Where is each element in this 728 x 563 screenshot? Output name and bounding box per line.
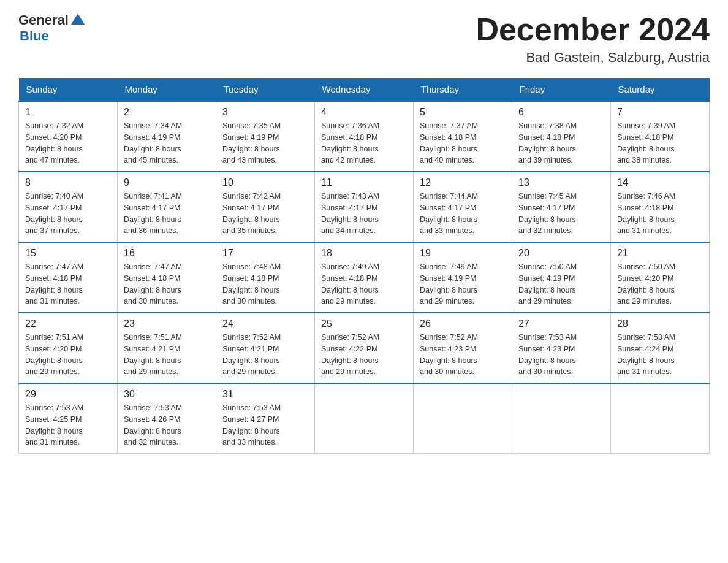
day-number: 7 bbox=[617, 107, 703, 118]
day-number: 5 bbox=[420, 107, 506, 118]
table-row: 19Sunrise: 7:49 AMSunset: 4:19 PMDayligh… bbox=[414, 242, 512, 313]
svg-marker-0 bbox=[71, 13, 85, 25]
day-info: Sunrise: 7:35 AMSunset: 4:19 PMDaylight:… bbox=[222, 120, 308, 166]
col-friday: Friday bbox=[512, 78, 611, 101]
table-row: 11Sunrise: 7:43 AMSunset: 4:17 PMDayligh… bbox=[315, 172, 414, 242]
day-number: 1 bbox=[25, 107, 111, 118]
day-number: 3 bbox=[222, 107, 308, 118]
day-info: Sunrise: 7:43 AMSunset: 4:17 PMDaylight:… bbox=[321, 191, 407, 237]
day-number: 24 bbox=[222, 318, 308, 329]
table-row: 13Sunrise: 7:45 AMSunset: 4:17 PMDayligh… bbox=[512, 172, 611, 242]
day-number: 29 bbox=[25, 389, 111, 400]
table-row: 3Sunrise: 7:35 AMSunset: 4:19 PMDaylight… bbox=[216, 101, 315, 172]
page-header: General Blue December 2024 Bad Gastein, … bbox=[18, 12, 710, 66]
table-row: 12Sunrise: 7:44 AMSunset: 4:17 PMDayligh… bbox=[414, 172, 512, 242]
day-number: 27 bbox=[518, 318, 604, 329]
table-row: 26Sunrise: 7:52 AMSunset: 4:23 PMDayligh… bbox=[414, 313, 512, 383]
table-row bbox=[611, 383, 710, 454]
table-row: 31Sunrise: 7:53 AMSunset: 4:27 PMDayligh… bbox=[216, 383, 315, 454]
day-number: 10 bbox=[222, 177, 308, 188]
table-row: 28Sunrise: 7:53 AMSunset: 4:24 PMDayligh… bbox=[611, 313, 710, 383]
calendar-header-row: Sunday Monday Tuesday Wednesday Thursday… bbox=[19, 78, 710, 101]
day-info: Sunrise: 7:46 AMSunset: 4:18 PMDaylight:… bbox=[617, 191, 703, 237]
day-info: Sunrise: 7:42 AMSunset: 4:17 PMDaylight:… bbox=[222, 191, 308, 237]
table-row: 7Sunrise: 7:39 AMSunset: 4:18 PMDaylight… bbox=[611, 101, 710, 172]
calendar-table: Sunday Monday Tuesday Wednesday Thursday… bbox=[18, 78, 710, 454]
col-thursday: Thursday bbox=[414, 78, 512, 101]
table-row: 16Sunrise: 7:47 AMSunset: 4:18 PMDayligh… bbox=[118, 242, 216, 313]
day-info: Sunrise: 7:48 AMSunset: 4:18 PMDaylight:… bbox=[222, 261, 308, 307]
day-number: 19 bbox=[420, 248, 506, 259]
table-row: 4Sunrise: 7:36 AMSunset: 4:18 PMDaylight… bbox=[315, 101, 414, 172]
logo-triangle-icon bbox=[71, 12, 85, 26]
day-info: Sunrise: 7:51 AMSunset: 4:21 PMDaylight:… bbox=[124, 332, 210, 378]
day-info: Sunrise: 7:52 AMSunset: 4:23 PMDaylight:… bbox=[420, 332, 506, 378]
table-row: 25Sunrise: 7:52 AMSunset: 4:22 PMDayligh… bbox=[315, 313, 414, 383]
day-number: 30 bbox=[124, 389, 210, 400]
day-number: 8 bbox=[25, 177, 111, 188]
logo-blue-text: Blue bbox=[20, 28, 49, 44]
week-row-4: 22Sunrise: 7:51 AMSunset: 4:20 PMDayligh… bbox=[19, 313, 710, 383]
table-row: 29Sunrise: 7:53 AMSunset: 4:25 PMDayligh… bbox=[19, 383, 118, 454]
table-row: 14Sunrise: 7:46 AMSunset: 4:18 PMDayligh… bbox=[611, 172, 710, 242]
table-row: 2Sunrise: 7:34 AMSunset: 4:19 PMDaylight… bbox=[118, 101, 216, 172]
col-wednesday: Wednesday bbox=[315, 78, 414, 101]
day-info: Sunrise: 7:37 AMSunset: 4:18 PMDaylight:… bbox=[420, 120, 506, 166]
day-info: Sunrise: 7:53 AMSunset: 4:24 PMDaylight:… bbox=[617, 332, 703, 378]
day-number: 16 bbox=[124, 248, 210, 259]
day-info: Sunrise: 7:49 AMSunset: 4:19 PMDaylight:… bbox=[420, 261, 506, 307]
logo-general-text: General bbox=[18, 12, 69, 28]
day-number: 31 bbox=[222, 389, 308, 400]
day-info: Sunrise: 7:32 AMSunset: 4:20 PMDaylight:… bbox=[25, 120, 111, 166]
day-info: Sunrise: 7:44 AMSunset: 4:17 PMDaylight:… bbox=[420, 191, 506, 237]
table-row: 24Sunrise: 7:52 AMSunset: 4:21 PMDayligh… bbox=[216, 313, 315, 383]
day-info: Sunrise: 7:50 AMSunset: 4:19 PMDaylight:… bbox=[518, 261, 604, 307]
table-row: 17Sunrise: 7:48 AMSunset: 4:18 PMDayligh… bbox=[216, 242, 315, 313]
table-row bbox=[414, 383, 512, 454]
table-row: 18Sunrise: 7:49 AMSunset: 4:18 PMDayligh… bbox=[315, 242, 414, 313]
table-row: 20Sunrise: 7:50 AMSunset: 4:19 PMDayligh… bbox=[512, 242, 611, 313]
day-info: Sunrise: 7:47 AMSunset: 4:18 PMDaylight:… bbox=[124, 261, 210, 307]
day-info: Sunrise: 7:53 AMSunset: 4:26 PMDaylight:… bbox=[124, 402, 210, 448]
day-info: Sunrise: 7:40 AMSunset: 4:17 PMDaylight:… bbox=[25, 191, 111, 237]
day-info: Sunrise: 7:38 AMSunset: 4:18 PMDaylight:… bbox=[518, 120, 604, 166]
day-number: 22 bbox=[25, 318, 111, 329]
table-row: 10Sunrise: 7:42 AMSunset: 4:17 PMDayligh… bbox=[216, 172, 315, 242]
table-row bbox=[315, 383, 414, 454]
day-number: 21 bbox=[617, 248, 703, 259]
table-row: 8Sunrise: 7:40 AMSunset: 4:17 PMDaylight… bbox=[19, 172, 118, 242]
day-number: 25 bbox=[321, 318, 407, 329]
table-row: 6Sunrise: 7:38 AMSunset: 4:18 PMDaylight… bbox=[512, 101, 611, 172]
table-row: 5Sunrise: 7:37 AMSunset: 4:18 PMDaylight… bbox=[414, 101, 512, 172]
day-number: 20 bbox=[518, 248, 604, 259]
week-row-2: 8Sunrise: 7:40 AMSunset: 4:17 PMDaylight… bbox=[19, 172, 710, 242]
table-row: 9Sunrise: 7:41 AMSunset: 4:17 PMDaylight… bbox=[118, 172, 216, 242]
day-number: 9 bbox=[124, 177, 210, 188]
month-title: December 2024 bbox=[476, 12, 710, 47]
day-info: Sunrise: 7:49 AMSunset: 4:18 PMDaylight:… bbox=[321, 261, 407, 307]
day-number: 18 bbox=[321, 248, 407, 259]
day-info: Sunrise: 7:47 AMSunset: 4:18 PMDaylight:… bbox=[25, 261, 111, 307]
day-info: Sunrise: 7:53 AMSunset: 4:27 PMDaylight:… bbox=[222, 402, 308, 448]
day-number: 6 bbox=[518, 107, 604, 118]
day-number: 2 bbox=[124, 107, 210, 118]
table-row: 30Sunrise: 7:53 AMSunset: 4:26 PMDayligh… bbox=[118, 383, 216, 454]
col-saturday: Saturday bbox=[611, 78, 710, 101]
week-row-3: 15Sunrise: 7:47 AMSunset: 4:18 PMDayligh… bbox=[19, 242, 710, 313]
day-info: Sunrise: 7:41 AMSunset: 4:17 PMDaylight:… bbox=[124, 191, 210, 237]
day-number: 23 bbox=[124, 318, 210, 329]
col-tuesday: Tuesday bbox=[216, 78, 315, 101]
location-title: Bad Gastein, Salzburg, Austria bbox=[476, 50, 710, 66]
day-info: Sunrise: 7:45 AMSunset: 4:17 PMDaylight:… bbox=[518, 191, 604, 237]
day-number: 11 bbox=[321, 177, 407, 188]
day-number: 17 bbox=[222, 248, 308, 259]
col-sunday: Sunday bbox=[19, 78, 118, 101]
table-row: 15Sunrise: 7:47 AMSunset: 4:18 PMDayligh… bbox=[19, 242, 118, 313]
logo: General Blue bbox=[18, 12, 85, 44]
day-info: Sunrise: 7:53 AMSunset: 4:23 PMDaylight:… bbox=[518, 332, 604, 378]
week-row-5: 29Sunrise: 7:53 AMSunset: 4:25 PMDayligh… bbox=[19, 383, 710, 454]
day-number: 14 bbox=[617, 177, 703, 188]
table-row: 27Sunrise: 7:53 AMSunset: 4:23 PMDayligh… bbox=[512, 313, 611, 383]
day-number: 12 bbox=[420, 177, 506, 188]
table-row: 1Sunrise: 7:32 AMSunset: 4:20 PMDaylight… bbox=[19, 101, 118, 172]
